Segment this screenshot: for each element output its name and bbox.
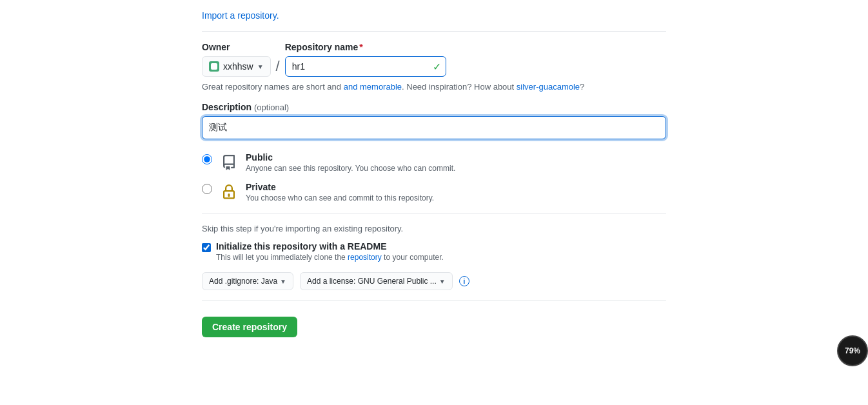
- and-link[interactable]: and: [344, 82, 358, 92]
- private-text: Private You choose who can see and commi…: [246, 182, 434, 202]
- private-option: Private You choose who can see and commi…: [202, 182, 666, 202]
- memorable-link[interactable]: memorable: [360, 82, 402, 92]
- middle-divider: [202, 213, 666, 213]
- owner-label: Owner: [202, 42, 271, 52]
- owner-dropdown[interactable]: xxhhsw ▼: [202, 56, 271, 77]
- repo-name-input[interactable]: [285, 56, 446, 77]
- description-input[interactable]: [202, 116, 666, 139]
- cpu-usage-circle: 79%: [837, 335, 868, 366]
- license-label: Add a license: GNU General Public ...: [307, 277, 437, 286]
- system-widget: 79%: [837, 335, 868, 366]
- license-chevron-icon: ▼: [439, 278, 446, 285]
- skip-text: Skip this step if you're importing an ex…: [202, 224, 666, 233]
- checkmark-icon: ✓: [433, 61, 441, 73]
- required-star: *: [359, 42, 362, 52]
- repo-name-label: Repository name*: [285, 42, 446, 52]
- private-repo-icon: [219, 182, 239, 202]
- owner-value: xxhhsw: [223, 61, 253, 72]
- slash-separator: /: [271, 56, 285, 77]
- suggestion-name-link[interactable]: silver-guacamole: [517, 82, 580, 92]
- gitignore-dropdown[interactable]: Add .gitignore: Java ▼: [202, 272, 293, 290]
- gitignore-chevron-icon: ▼: [280, 278, 286, 285]
- initialize-desc: This will let you immediately clone the …: [216, 253, 444, 262]
- bottom-divider: [202, 301, 666, 301]
- top-divider: [202, 31, 666, 32]
- description-label: Description (optional): [202, 102, 666, 112]
- suggestion-text: Great repository names are short and and…: [202, 82, 666, 92]
- initialize-checkbox[interactable]: [202, 243, 211, 252]
- public-text: Public Anyone can see this repository. Y…: [246, 152, 455, 173]
- optional-label: (optional): [254, 103, 289, 112]
- gitignore-label: Add .gitignore: Java: [209, 277, 277, 286]
- private-radio[interactable]: [202, 184, 212, 194]
- public-repo-icon: [219, 152, 239, 173]
- initialize-label: Initialize this repository with a README: [216, 241, 444, 252]
- info-icon[interactable]: i: [459, 276, 469, 286]
- owner-avatar: [209, 61, 219, 72]
- public-radio[interactable]: [202, 154, 212, 164]
- create-repository-button[interactable]: Create repository: [202, 317, 297, 337]
- license-dropdown[interactable]: Add a license: GNU General Public ... ▼: [300, 272, 453, 290]
- import-repository-link[interactable]: Import a repository.: [202, 10, 279, 21]
- repository-link[interactable]: repository: [348, 253, 382, 262]
- owner-chevron-icon: ▼: [257, 63, 264, 70]
- public-option: Public Anyone can see this repository. Y…: [202, 152, 666, 173]
